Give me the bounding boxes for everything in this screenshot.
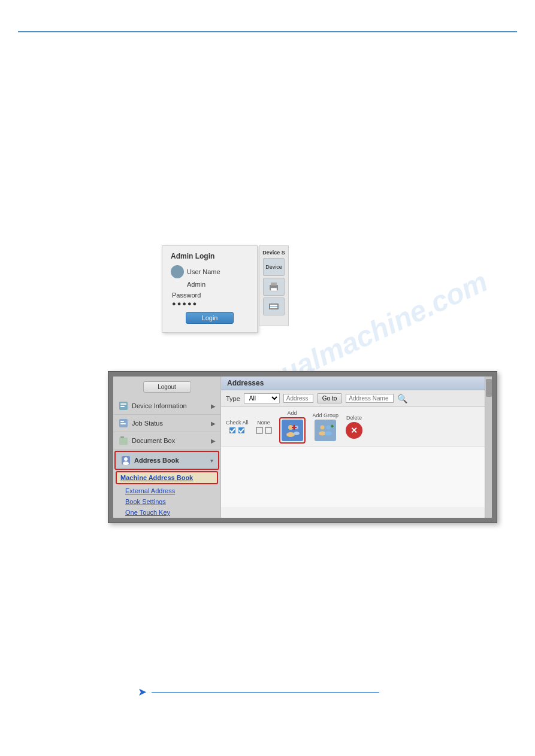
avatar-icon <box>171 265 184 278</box>
addresses-title: Addresses <box>221 377 485 390</box>
address-list-area <box>221 447 485 507</box>
sidebar-item-book-settings[interactable]: Book Settings <box>113 496 220 507</box>
address-name-input[interactable] <box>346 394 394 403</box>
page-content: Admin Login User Name Admin Password ●●●… <box>0 36 535 756</box>
type-label: Type <box>226 395 240 402</box>
address-book-arrow: ▾ <box>210 457 213 464</box>
svg-rect-12 <box>119 438 128 445</box>
svg-point-15 <box>124 457 128 461</box>
document-box-icon <box>118 435 129 446</box>
screenshot-admin-login: Admin Login User Name Admin Password ●●●… <box>162 245 291 332</box>
device-information-icon <box>118 400 129 411</box>
device-information-arrow: ▶ <box>211 403 216 409</box>
add-group-icon <box>316 421 334 439</box>
svg-point-27 <box>321 426 325 430</box>
password-label: Password <box>172 292 249 299</box>
svg-rect-8 <box>120 406 125 407</box>
sidebar-item-job-status[interactable]: Job Status ▶ <box>113 415 220 432</box>
username-value: Admin <box>187 281 249 288</box>
sidebar-item-device-information[interactable]: Device Information ▶ <box>113 397 220 415</box>
add-group-btn-group: Add Group <box>313 412 339 441</box>
svg-rect-19 <box>256 427 262 433</box>
username-label: User Name <box>187 268 220 275</box>
scanner-icon-item <box>263 297 285 315</box>
none-icon-1 <box>256 427 263 434</box>
address-book-icon <box>120 455 131 466</box>
delete-label: Delete <box>346 415 362 421</box>
svg-point-24 <box>294 432 300 435</box>
device-icon-item: Device <box>263 258 285 276</box>
check-all-icon-1 <box>229 427 236 434</box>
screenshot-address-book: Logout Device Information ▶ <box>108 371 497 523</box>
svg-point-29 <box>327 426 331 430</box>
svg-rect-20 <box>265 427 271 433</box>
login-button[interactable]: Login <box>186 312 234 324</box>
svg-rect-7 <box>120 403 126 405</box>
search-icon[interactable]: 🔍 <box>397 394 407 403</box>
job-status-label: Job Status <box>132 420 163 427</box>
document-box-arrow: ▶ <box>211 438 216 444</box>
arrow-line <box>152 692 379 693</box>
svg-point-30 <box>325 432 332 436</box>
type-select[interactable]: All <box>244 393 280 403</box>
device-sidebar: Device S Device <box>259 245 289 326</box>
blue-arrow-icon: ➤ <box>138 685 147 699</box>
check-all-icons <box>229 427 245 434</box>
svg-rect-11 <box>120 423 126 424</box>
device-section-label: Device S <box>262 250 286 256</box>
check-all-group: Check All <box>226 420 249 434</box>
top-rule <box>18 31 517 32</box>
sidebar-item-address-book[interactable]: Address Book ▾ <box>114 451 219 470</box>
addresses-actions: Check All <box>221 407 485 447</box>
add-button[interactable] <box>282 420 303 441</box>
arrow-section: ➤ <box>138 685 379 699</box>
check-all-icon-2 <box>238 427 245 434</box>
nav-sidebar: Logout Device Information ▶ <box>113 377 221 518</box>
scrollbar-thumb <box>486 379 492 397</box>
scanner-icon <box>268 300 280 312</box>
add-group-label: Add Group <box>313 412 339 418</box>
address-book-label: Address Book <box>134 457 179 464</box>
svg-point-16 <box>123 462 129 465</box>
svg-rect-13 <box>120 436 124 438</box>
add-button-wrapper <box>279 417 306 444</box>
device-label: Device <box>265 264 282 270</box>
printer-icon-item <box>263 278 285 296</box>
svg-point-22 <box>286 432 295 437</box>
delete-button[interactable]: ✕ <box>346 422 362 439</box>
printer-icon <box>268 281 280 293</box>
svg-rect-32 <box>332 425 333 428</box>
sidebar-item-machine-address-book[interactable]: Machine Address Book <box>116 471 218 484</box>
add-group-button[interactable] <box>315 420 336 441</box>
job-status-arrow: ▶ <box>211 420 216 427</box>
logout-button[interactable]: Logout <box>143 381 191 393</box>
document-box-label: Document Box <box>132 437 175 444</box>
addresses-panel: Addresses Type All Go to 🔍 Chec <box>221 377 485 518</box>
job-status-icon <box>118 418 129 429</box>
none-label: None <box>257 420 270 426</box>
addresses-toolbar: Type All Go to 🔍 <box>221 390 485 407</box>
add-people-icon <box>283 421 301 439</box>
sidebar-item-document-box[interactable]: Document Box ▶ <box>113 432 220 450</box>
screenshot-inner: Logout Device Information ▶ <box>113 377 492 518</box>
sidebar-item-one-touch-key[interactable]: One Touch Key <box>113 507 220 518</box>
svg-rect-10 <box>120 421 124 422</box>
address-number-input[interactable] <box>283 394 313 403</box>
svg-rect-2 <box>271 288 277 291</box>
svg-rect-1 <box>271 283 277 286</box>
password-dots: ●●●●● <box>172 300 249 307</box>
none-icons <box>256 427 272 434</box>
add-group: Add <box>279 410 306 444</box>
admin-login-box: Admin Login User Name Admin Password ●●●… <box>162 245 258 333</box>
delete-btn-group: Delete ✕ <box>346 415 362 439</box>
check-all-label: Check All <box>226 420 249 426</box>
add-label: Add <box>288 410 297 416</box>
none-icon-2 <box>265 427 272 434</box>
none-group: None <box>256 420 272 434</box>
device-information-label: Device Information <box>132 402 187 409</box>
sidebar-item-external-address[interactable]: External Address <box>113 485 220 496</box>
goto-button[interactable]: Go to <box>317 393 342 403</box>
scrollbar[interactable] <box>485 377 492 518</box>
admin-login-title: Admin Login <box>171 252 249 260</box>
